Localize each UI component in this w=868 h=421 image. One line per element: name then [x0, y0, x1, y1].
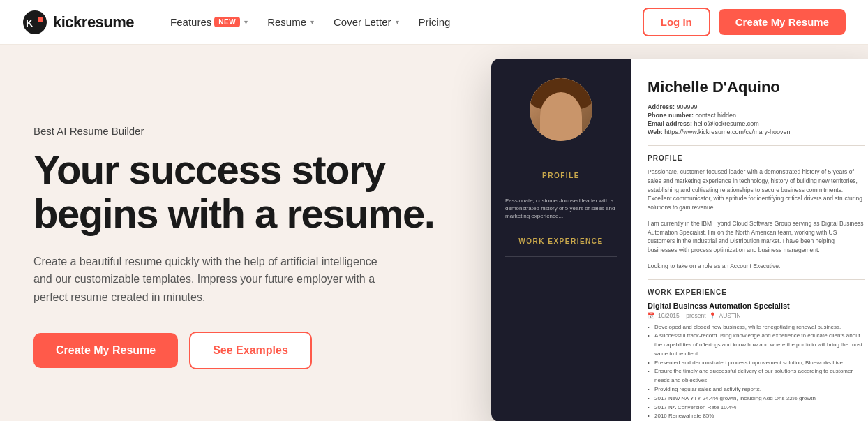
avatar: [530, 78, 592, 141]
calendar-icon: 📅: [648, 312, 655, 319]
navbar: K kickresume Features NEW ▾ Resume ▾ Cov…: [0, 0, 868, 45]
right-divider-2: [648, 279, 865, 280]
hero-subtitle: Best AI Resume Builder: [33, 125, 434, 137]
location-icon: 📍: [709, 312, 717, 319]
login-button[interactable]: Log In: [643, 8, 710, 36]
see-examples-button[interactable]: See Examples: [189, 332, 312, 369]
hero-title: Your success story begins with a resume.: [33, 148, 434, 235]
kickresume-logo-icon: K: [22, 10, 47, 35]
nav-actions: Log In Create My Resume: [643, 8, 846, 36]
profile-body-2: I am currently in the IBM Hybrid Cloud S…: [648, 219, 865, 255]
bullet-3: Presented and demonstrated process impro…: [648, 359, 865, 368]
svg-point-2: [38, 17, 43, 22]
web-line: Web: https://www.kickresume.com/cv/mary-…: [648, 128, 865, 135]
phone-line: Phone number: contact hidden: [648, 112, 865, 119]
new-badge: NEW: [214, 17, 240, 27]
bullet-1: Developed and closed new business, while…: [648, 323, 865, 332]
resume-chevron-icon: ▾: [310, 18, 314, 26]
resume-preview: PROFILE Passionate, customer-focused lea…: [491, 59, 868, 421]
hero-buttons: Create My Resume See Examples: [33, 332, 434, 369]
profile-body: Passionate, customer-focused leader with…: [648, 168, 865, 212]
nav-items: Features NEW ▾ Resume ▾ Cover Letter ▾ P…: [162, 10, 643, 34]
left-profile-label: PROFILE: [542, 172, 580, 179]
nav-resume[interactable]: Resume ▾: [259, 10, 322, 34]
nav-cover-letter[interactable]: Cover Letter ▾: [325, 10, 407, 34]
bullet-6: 2017 New NA YTY 24.4% growth, including …: [648, 394, 865, 404]
left-divider-1: [505, 191, 617, 191]
resume-contact: Address: 909999 Phone number: contact hi…: [648, 103, 865, 135]
bullet-5: Providing regular sales and activity rep…: [648, 385, 865, 394]
logo[interactable]: K kickresume: [22, 10, 134, 35]
create-resume-nav-button[interactable]: Create My Resume: [719, 9, 846, 35]
right-divider-1: [648, 145, 865, 146]
avatar-image: [530, 78, 592, 141]
svg-text:K: K: [26, 17, 33, 29]
hero-description: Create a beautiful resume quickly with t…: [33, 253, 396, 306]
bullet-8: 2016 Renewal rate 85%: [648, 412, 865, 421]
cover-letter-chevron-icon: ▾: [396, 18, 399, 26]
bullet-list: Developed and closed new business, while…: [648, 323, 865, 422]
job-meta: 📅 10/2015 – present 📍 AUSTIN: [648, 312, 865, 319]
bullet-4: Ensure the timely and successful deliver…: [648, 367, 865, 385]
work-section-title: WORK EXPERIENCE: [648, 288, 865, 296]
nav-features[interactable]: Features NEW ▾: [162, 10, 256, 34]
left-work-label: WORK EXPERIENCE: [518, 237, 603, 245]
profile-section-title: PROFILE: [648, 154, 865, 162]
logo-text: kickresume: [53, 13, 134, 31]
address-line: Address: 909999: [648, 103, 865, 110]
hero-content: Best AI Resume Builder Your success stor…: [33, 125, 434, 369]
bullet-7: 2017 NA Conversion Rate 10.4%: [648, 404, 865, 413]
left-profile-text: Passionate, customer-focused leader with…: [505, 197, 617, 221]
email-line: Email address: hello@kickresume.com: [648, 120, 865, 127]
resume-name: Michelle D'Aquino: [648, 78, 865, 96]
profile-body-3: Looking to take on a role as an Account …: [648, 262, 865, 271]
resume-left-panel: PROFILE Passionate, customer-focused lea…: [491, 59, 631, 421]
resume-right-panel: Michelle D'Aquino Address: 909999 Phone …: [631, 59, 868, 421]
left-divider-2: [505, 256, 617, 257]
job-title: Digital Business Automation Specialist: [648, 302, 865, 310]
features-chevron-icon: ▾: [244, 18, 248, 26]
create-resume-hero-button[interactable]: Create My Resume: [33, 333, 178, 368]
nav-pricing[interactable]: Pricing: [410, 10, 459, 34]
hero-section: Best AI Resume Builder Your success stor…: [0, 45, 868, 421]
avatar-face: [540, 92, 582, 141]
bullet-2: A successful track-record using knowledg…: [648, 332, 865, 358]
